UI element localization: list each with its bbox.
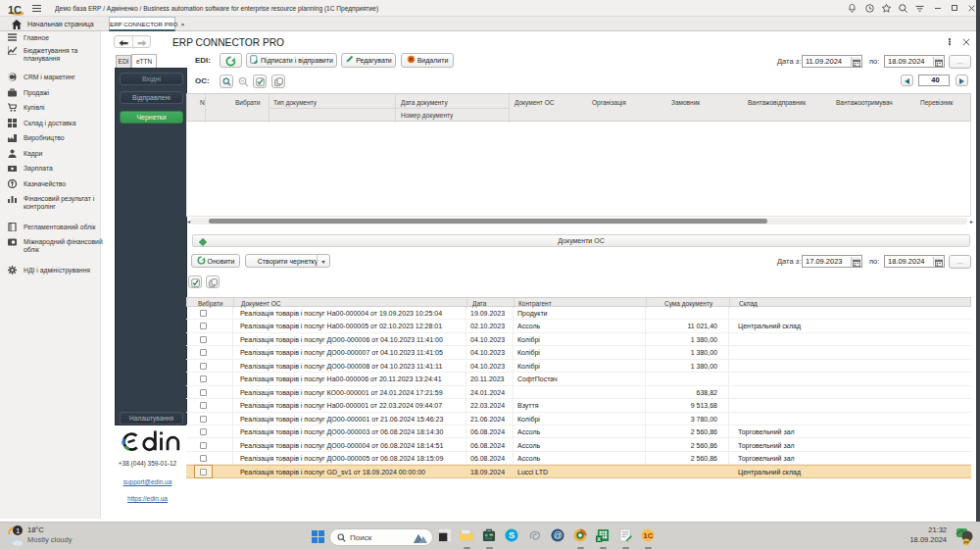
svg-text:PP: PP xyxy=(964,540,970,545)
svg-text:X: X xyxy=(597,536,601,542)
svg-text:1С: 1С xyxy=(8,4,22,16)
svg-text:1С: 1С xyxy=(643,531,653,540)
svg-text:S: S xyxy=(509,530,514,540)
svg-text:1: 1 xyxy=(16,526,21,535)
svg-text:@: @ xyxy=(554,530,563,540)
